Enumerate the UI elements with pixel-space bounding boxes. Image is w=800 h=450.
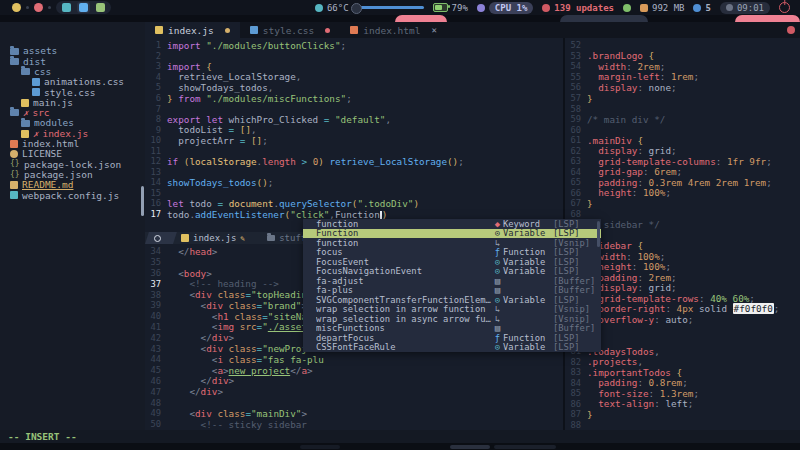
completion-item[interactable]: fa-adjust▤[Buffer]	[303, 276, 601, 286]
tree-item-assets[interactable]: assets	[0, 46, 145, 56]
tab-label: index.js	[168, 25, 214, 36]
code-line[interactable]: 55 margin-left: 1rem;	[565, 72, 800, 83]
code-line[interactable]: 68	[565, 209, 800, 220]
workspace-dot[interactable]	[48, 6, 51, 9]
slider-knob[interactable]	[351, 3, 362, 14]
code-line[interactable]: 63 grid-template-columns: 1fr 9fr;	[565, 156, 800, 167]
editor-pane-indexjs[interactable]: 1import "./modules/buttonClicks";23impor…	[145, 38, 563, 234]
code-line[interactable]: 4 retrieve_LocalStorage,	[145, 72, 563, 83]
popup-scrollbar[interactable]	[597, 221, 600, 247]
code-line[interactable]: 62 display: grid;	[565, 145, 800, 156]
completion-kind: Variable	[503, 228, 553, 238]
tab-style-css[interactable]: style.css	[240, 22, 340, 38]
code-line[interactable]: 45 <a>new project</a>	[145, 365, 563, 376]
code-line[interactable]: 66 height: 100%;	[565, 188, 800, 199]
tree-item-license[interactable]: LICENSE	[0, 149, 145, 159]
code-line[interactable]: 44 <i class="fas fa-plu	[145, 354, 563, 365]
code-line[interactable]: 48	[145, 397, 563, 408]
workspace-app-icon[interactable]	[62, 3, 71, 12]
code-line[interactable]: 1import "./modules/buttonClicks";	[145, 40, 563, 51]
completion-item[interactable]: FocusEvent⊙Variable[LSP]	[303, 257, 601, 267]
code-line[interactable]: 86 text-align: left;	[565, 399, 800, 410]
code-line[interactable]: 47 </div>	[145, 386, 563, 397]
completion-item[interactable]: FocusNavigationEvent⊙Variable[LSP]	[303, 267, 601, 277]
completion-item[interactable]: SVGComponentTransferFunctionElement⊙Vari…	[303, 295, 601, 305]
completion-item-selected[interactable]: Function⊙Variable[LSP]	[303, 229, 601, 239]
code-line[interactable]: 17todo.addEventListener("click",Function…	[145, 209, 563, 220]
notification-widget[interactable]: 5	[693, 3, 710, 13]
tree-item-webpack-config-js[interactable]: webpack.config.js	[0, 190, 145, 200]
code-line[interactable]: 61.mainDiv {	[565, 135, 800, 146]
completion-item[interactable]: focusƒFunction[LSP]	[303, 248, 601, 258]
code-line[interactable]: 59/* main div */	[565, 114, 800, 125]
tree-item-main-js[interactable]: main.js	[0, 97, 145, 107]
brightness-slider[interactable]	[358, 6, 424, 9]
code-line[interactable]: 83.importantTodos {	[565, 367, 800, 378]
completion-kind: Variable	[503, 342, 553, 352]
completion-item[interactable]: departFocusƒFunction[LSP]	[303, 333, 601, 343]
completion-item[interactable]: miscFunctions▤[Buffer]	[303, 324, 601, 334]
code-line[interactable]: 3import {	[145, 61, 563, 72]
code-line[interactable]: 60	[565, 124, 800, 135]
code-line[interactable]: 16let todo = document.querySelector(".to…	[145, 198, 563, 209]
updates-widget[interactable]: 139 updates	[542, 3, 614, 13]
tree-item-readme-md[interactable]: README.md	[0, 180, 145, 190]
code-line[interactable]: 56 display: none;	[565, 82, 800, 93]
completion-item[interactable]: fa-plus▤[Buffer]	[303, 286, 601, 296]
code-line[interactable]: 65 padding: 0.3rem 4rem 2rem 1rem;	[565, 177, 800, 188]
completion-item[interactable]: function◆Keyword[LSP]	[303, 219, 601, 229]
line-number: 4	[145, 72, 167, 82]
code-line[interactable]: 14showTodays_todos();	[145, 177, 563, 188]
tree-item-modules[interactable]: modules	[0, 118, 145, 128]
code-line[interactable]: 53.brandLogo {	[565, 51, 800, 62]
code-line[interactable]: 58	[565, 103, 800, 114]
tree-item-style-css[interactable]: style.css	[0, 87, 145, 97]
code-line[interactable]: 52	[565, 40, 800, 51]
code-line[interactable]: 46 </div>	[145, 376, 563, 387]
tree-item-animations-css[interactable]: animations.css	[0, 77, 145, 87]
tree-scrollbar[interactable]	[141, 186, 144, 216]
tab-close-icon[interactable]: ✕	[431, 25, 436, 35]
code-line[interactable]: 9 todoList = [],	[145, 124, 563, 135]
code-line[interactable]: 2	[145, 51, 563, 62]
code-line[interactable]: 54 width: 2rem;	[565, 61, 800, 72]
code-line[interactable]: 12if (localStorage.length > 0) retrieve_…	[145, 156, 563, 167]
code-line[interactable]: 64 grid-gap: 6rem;	[565, 167, 800, 178]
dock-item	[450, 445, 490, 449]
workspace-app-icon[interactable]	[34, 3, 43, 12]
code-line[interactable]: 57}	[565, 93, 800, 104]
completion-item[interactable]: wrap selection in arrow function↳[Vsnip]	[303, 305, 601, 315]
code-line[interactable]: 87}	[565, 409, 800, 420]
tab-index-html[interactable]: index.html✕	[340, 22, 447, 38]
workspace-dot[interactable]	[26, 6, 29, 9]
network-icon[interactable]	[623, 4, 631, 12]
code-line[interactable]: 88	[565, 420, 800, 430]
completion-item[interactable]: wrap selection in async arrow function↳[…	[303, 314, 601, 324]
code-line[interactable]: 10 projectArr = [];	[145, 135, 563, 146]
active-workspace-chip[interactable]	[77, 2, 90, 13]
code-line[interactable]: 15	[145, 188, 563, 199]
code-line[interactable]: 50 <!-- sticky sidebar	[145, 419, 563, 430]
tree-item-dist[interactable]: dist	[0, 56, 145, 66]
code-line[interactable]: 7	[145, 103, 563, 114]
code-line[interactable]: 8export let whichPro_Clicked = "default"…	[145, 114, 563, 125]
code-line[interactable]: 85 font-size: 1.3rem;	[565, 388, 800, 399]
workspace-app-icon[interactable]	[12, 3, 21, 12]
code-line[interactable]: 6} from "./modules/miscFunctions";	[145, 93, 563, 104]
tree-item-label: src	[32, 108, 49, 118]
tab-index-js[interactable]: index.js	[145, 22, 240, 38]
completion-kind: Function	[503, 333, 553, 343]
completion-item[interactable]: CSSFontFaceRule⊙Variable[LSP]	[303, 343, 601, 353]
code-line[interactable]: 13	[145, 167, 563, 178]
power-button-icon[interactable]	[779, 2, 790, 13]
code-line[interactable]: 82.projects,	[565, 356, 800, 367]
completion-item[interactable]: function↳[Vsnip]	[303, 238, 601, 248]
code-line[interactable]: 5 showTodays_todos,	[145, 82, 563, 93]
code-line[interactable]: 67}	[565, 198, 800, 209]
code-line[interactable]: 49 <div class="mainDiv">	[145, 408, 563, 419]
code-line[interactable]: 11	[145, 145, 563, 156]
workspace-app-icon[interactable]	[96, 3, 105, 12]
code-text: <div class="mainDiv">	[167, 408, 307, 419]
line-number: 47	[145, 387, 167, 397]
code-line[interactable]: 84 padding: 0.8rem;	[565, 378, 800, 389]
